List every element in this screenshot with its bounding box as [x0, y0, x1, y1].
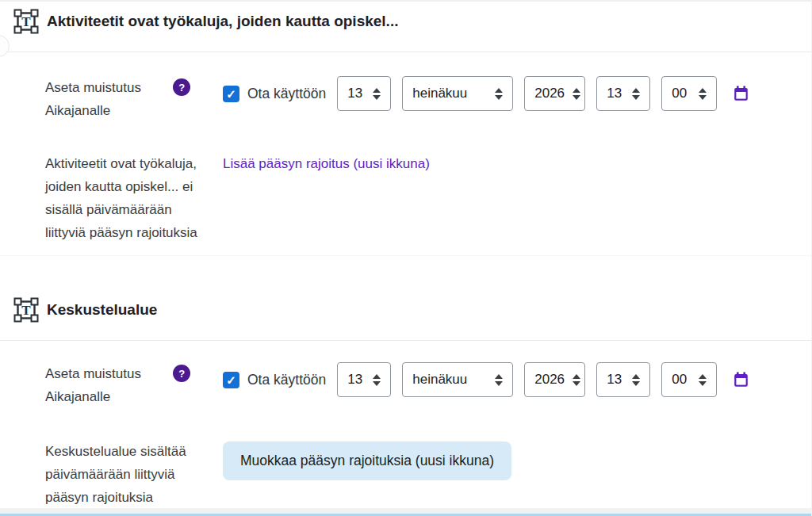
checkmark-icon: ✓	[226, 88, 236, 100]
day-select[interactable]: 13	[337, 76, 391, 111]
activity-settings-page: T Aktiviteetit ovat työkaluja, joiden ka…	[0, 0, 812, 516]
year-select[interactable]: 2026	[524, 76, 585, 111]
month-select[interactable]: heinäkuu	[402, 362, 513, 397]
svg-text:T: T	[21, 14, 31, 29]
edit-restrictions-button[interactable]: Muokkaa pääsyn rajoituksia (uusi ikkuna)	[223, 441, 511, 480]
add-restriction-link[interactable]: Lisää pääsyn rajoitus (uusi ikkuna)	[223, 155, 430, 173]
restriction-description: Keskustelualue sisältää päivämäärään lii…	[45, 440, 210, 509]
drawer-handle[interactable]	[0, 35, 10, 57]
section-activity-header: T Aktiviteetit ovat työkaluja, joiden ka…	[13, 6, 811, 36]
restriction-row: Keskustelualue sisältää päivämäärään lii…	[0, 440, 811, 509]
restriction-label-col: Aktiviteetit ovat työkaluja, joiden kaut…	[0, 152, 220, 244]
updown-caret-icon	[373, 374, 381, 386]
year-select[interactable]: 2026	[524, 362, 585, 397]
restriction-row: Aktiviteetit ovat työkaluja, joiden kaut…	[0, 152, 811, 244]
reminder-label: Aseta muistutus Aikajanalle	[45, 76, 173, 122]
enable-label: Ota käyttöön	[247, 86, 326, 102]
month-select[interactable]: heinäkuu	[402, 76, 513, 111]
restriction-label-col: Keskustelualue sisältää päivämäärään lii…	[0, 440, 220, 509]
reminder-controls: ✓ Ota käyttöön 13 heinäkuu 2026 13 00	[220, 76, 749, 111]
minute-select[interactable]: 00	[661, 76, 717, 111]
enable-checkbox[interactable]: ✓	[223, 372, 239, 388]
section-forum-header: T Keskustelualue	[13, 295, 811, 325]
section-title: Keskustelualue	[47, 301, 157, 319]
reminder-label-col: Aseta muistutus Aikajanalle ?	[0, 362, 220, 408]
hour-select[interactable]: 13	[596, 76, 650, 111]
restriction-controls: Muokkaa pääsyn rajoituksia (uusi ikkuna)	[220, 440, 511, 480]
section-title: Aktiviteetit ovat työkaluja, joiden kaut…	[47, 13, 398, 30]
reminder-row: Aseta muistutus Aikajanalle ? ✓ Ota käyt…	[0, 362, 811, 408]
top-divider	[0, 0, 811, 2]
updown-caret-icon	[573, 374, 580, 386]
updown-caret-icon	[373, 88, 381, 100]
enable-checkbox[interactable]: ✓	[223, 86, 239, 102]
updown-caret-icon	[495, 88, 503, 100]
day-select[interactable]: 13	[337, 362, 391, 397]
reminder-label: Aseta muistutus Aikajanalle	[45, 362, 173, 408]
minute-select[interactable]: 00	[661, 362, 717, 397]
header-divider	[0, 340, 811, 341]
svg-text:T: T	[21, 303, 31, 318]
restriction-controls: Lisää pääsyn rajoitus (uusi ikkuna)	[220, 152, 430, 173]
enable-label: Ota käyttöön	[247, 372, 326, 388]
checkmark-icon: ✓	[226, 374, 236, 386]
bottom-gray-strip	[0, 508, 811, 514]
hour-select[interactable]: 13	[596, 362, 650, 397]
updown-caret-icon	[632, 88, 640, 100]
calendar-icon[interactable]	[733, 76, 749, 111]
updown-caret-icon	[495, 374, 503, 386]
help-icon[interactable]: ?	[173, 78, 190, 96]
updown-caret-icon	[632, 374, 640, 386]
updown-caret-icon	[573, 88, 580, 100]
reminder-label-col: Aseta muistutus Aikajanalle ?	[0, 76, 220, 122]
reminder-controls: ✓ Ota käyttöön 13 heinäkuu 2026 13 00	[220, 362, 749, 397]
header-divider	[0, 52, 811, 52]
section-separator	[0, 255, 811, 256]
reminder-row: Aseta muistutus Aikajanalle ? ✓ Ota käyt…	[0, 76, 811, 122]
text-tool-icon: T	[13, 8, 40, 35]
help-icon[interactable]: ?	[173, 365, 190, 382]
updown-caret-icon	[699, 88, 707, 100]
calendar-icon[interactable]	[733, 362, 749, 397]
updown-caret-icon	[699, 374, 707, 386]
restriction-description: Aktiviteetit ovat työkaluja, joiden kaut…	[45, 152, 210, 244]
text-tool-icon: T	[13, 296, 40, 323]
